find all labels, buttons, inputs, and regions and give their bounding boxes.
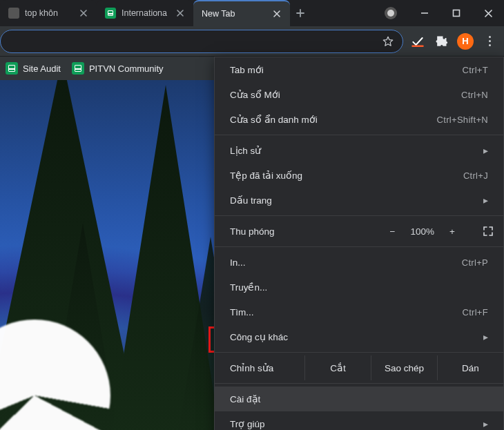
menu-separator: [215, 135, 503, 135]
menu-edit-paste[interactable]: Dán: [437, 355, 503, 380]
dropdown-icon[interactable]: [377, 0, 409, 26]
close-icon[interactable]: [272, 9, 282, 19]
menu-separator: [215, 215, 503, 216]
menu-label: Dấu trang: [230, 195, 272, 206]
menu-label: In...: [230, 257, 246, 268]
chevron-right-icon: ▸: [483, 418, 488, 429]
menu-kebab-icon[interactable]: [482, 36, 497, 46]
menu-bookmarks[interactable]: Dấu trang ▸: [215, 188, 503, 213]
menu-label: Trợ giúp: [230, 418, 265, 429]
toolbar: H: [0, 26, 504, 57]
tab-strip: top khôn Internationa New Tab: [0, 0, 377, 26]
menu-label: Chỉnh sửa: [215, 355, 304, 380]
menu-shortcut: Ctrl+J: [463, 170, 488, 181]
menu-new-window[interactable]: Cửa sổ Mới Ctrl+N: [215, 82, 503, 107]
menu-incognito[interactable]: Cửa sổ ẩn danh mới Ctrl+Shift+N: [215, 107, 503, 132]
menu-label: Tệp đã tải xuống: [230, 170, 302, 181]
menu-separator: [215, 352, 503, 353]
profile-avatar[interactable]: H: [457, 33, 474, 50]
menu-separator: [215, 383, 503, 384]
menu-shortcut: Ctrl+Shift+N: [437, 115, 488, 125]
title-bar: top khôn Internationa New Tab: [0, 0, 504, 26]
menu-label: Thu phóng: [230, 226, 380, 237]
menu-shortcut: Ctrl+T: [462, 65, 488, 75]
menu-zoom: Thu phóng − 100% +: [215, 219, 503, 244]
menu-label: Công cụ khác: [230, 331, 288, 342]
sheets-icon: [105, 8, 116, 19]
menu-edit-row: Chỉnh sửa Cắt Sao chép Dán: [215, 355, 503, 380]
bookmark-site-audit[interactable]: Site Audit: [6, 62, 61, 75]
chrome-main-menu: Tab mới Ctrl+T Cửa sổ Mới Ctrl+N Cửa sổ …: [214, 57, 504, 430]
menu-label: Cửa sổ Mới: [230, 89, 280, 100]
menu-shortcut: Ctrl+F: [462, 307, 488, 317]
menu-shortcut: Ctrl+N: [461, 90, 488, 100]
new-tab-button[interactable]: [290, 0, 311, 26]
extension-check-icon[interactable]: [410, 34, 425, 49]
bookmark-pitvn[interactable]: PITVN Community: [72, 62, 164, 75]
chevron-right-icon: ▸: [483, 145, 488, 156]
maximize-button[interactable]: [440, 0, 472, 26]
menu-edit-copy[interactable]: Sao chép: [371, 355, 437, 380]
minimize-button[interactable]: [409, 0, 440, 26]
close-icon[interactable]: [79, 8, 88, 18]
bookmark-label: Site Audit: [23, 63, 61, 74]
tab-0[interactable]: top khôn: [0, 0, 97, 26]
menu-label: Cài đặt: [230, 393, 260, 404]
tab-favicon: [8, 8, 19, 19]
menu-label: Cửa sổ ẩn danh mới: [230, 114, 318, 125]
svg-rect-0: [454, 10, 460, 17]
menu-label: Tab mới: [230, 64, 264, 75]
bookmark-star-icon[interactable]: [382, 35, 394, 48]
menu-help[interactable]: Trợ giúp ▸: [215, 411, 503, 430]
menu-edit-cut[interactable]: Cắt: [304, 355, 371, 380]
zoom-value: 100%: [410, 226, 434, 237]
address-bar[interactable]: [0, 30, 403, 53]
menu-label: Lịch sử: [230, 145, 261, 156]
sheets-icon: [6, 62, 18, 75]
zoom-out-button[interactable]: −: [387, 226, 398, 237]
menu-label: Tìm...: [230, 307, 254, 317]
chevron-right-icon: ▸: [483, 195, 488, 206]
fullscreen-icon[interactable]: [483, 226, 494, 237]
bookmark-label: PITVN Community: [89, 63, 164, 74]
tab-title: Internationa: [122, 8, 170, 18]
chevron-right-icon: ▸: [483, 331, 488, 342]
tab-title: top khôn: [25, 8, 73, 18]
tab-title: New Tab: [202, 9, 266, 19]
menu-cast[interactable]: Truyền...: [215, 275, 503, 300]
menu-downloads[interactable]: Tệp đã tải xuống Ctrl+J: [215, 163, 503, 188]
close-icon[interactable]: [175, 8, 185, 18]
menu-history[interactable]: Lịch sử ▸: [215, 138, 503, 163]
menu-shortcut: Ctrl+P: [462, 257, 488, 268]
close-window-button[interactable]: [472, 0, 504, 26]
window-controls: [377, 0, 504, 26]
menu-print[interactable]: In... Ctrl+P: [215, 250, 503, 275]
menu-settings[interactable]: Cài đặt: [215, 387, 503, 411]
menu-find[interactable]: Tìm... Ctrl+F: [215, 300, 503, 324]
menu-separator: [215, 246, 503, 247]
menu-new-tab[interactable]: Tab mới Ctrl+T: [215, 57, 503, 82]
sheets-icon: [72, 62, 84, 75]
tab-1[interactable]: Internationa: [97, 0, 193, 26]
menu-more-tools[interactable]: Công cụ khác ▸: [215, 324, 503, 349]
tab-2-active[interactable]: New Tab: [193, 0, 290, 26]
menu-label: Truyền...: [230, 282, 267, 293]
zoom-in-button[interactable]: +: [447, 226, 458, 237]
extensions-puzzle-icon[interactable]: [434, 34, 449, 49]
